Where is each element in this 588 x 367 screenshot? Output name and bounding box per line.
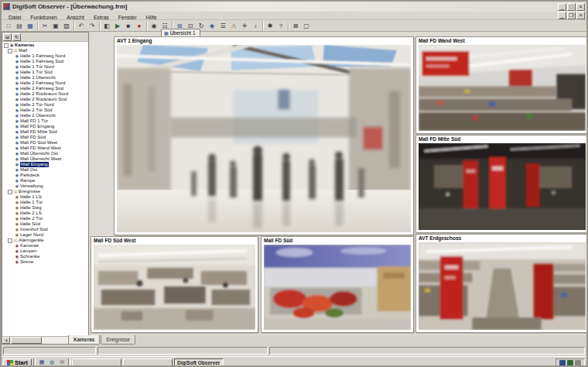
lock-button[interactable]: ⊠	[290, 21, 301, 31]
menu-item-5[interactable]: Hilfe	[142, 15, 162, 20]
camera-video-right-bottom[interactable]	[419, 242, 586, 330]
tree-item[interactable]: ◉Mall FD Süd West	[2, 140, 88, 146]
tree-item[interactable]: ◉Mall FD Eingang	[2, 124, 88, 129]
refresh-button[interactable]: ↻	[12, 33, 21, 41]
tree-item[interactable]: ◉Halle 2 Rückraum Süd	[2, 97, 88, 102]
camera-video-right-middle[interactable]	[419, 143, 586, 230]
expander-icon[interactable]: -	[8, 49, 12, 53]
save-button[interactable]: ▦	[25, 21, 36, 31]
tab-kameras[interactable]: Kameras	[68, 335, 100, 345]
stop-button[interactable]: ■	[123, 21, 134, 31]
quicklaunch-desktop-icon[interactable]: ▦	[37, 358, 46, 367]
redo-button[interactable]: ↷	[87, 21, 97, 31]
maximize-button[interactable]: □	[567, 3, 576, 11]
tree-item[interactable]: ◉Halle 2 Fahrweg Nord	[2, 81, 88, 86]
tree-group-1[interactable]: -▤Ereignisse	[2, 189, 88, 194]
tree-item[interactable]: ◉Mall Eingang	[2, 162, 88, 167]
scroll-left-button[interactable]: ◂	[2, 337, 10, 344]
tree-item[interactable]: ◉Mall Übersicht Ost	[2, 151, 88, 156]
tree-item[interactable]: ◉Halle 1 Tür	[2, 200, 88, 205]
tree-item[interactable]: ◉Parkdeck	[2, 173, 88, 178]
ptz-button[interactable]: ✛	[239, 21, 250, 31]
open-button[interactable]: ▤	[14, 21, 25, 31]
menu-item-2[interactable]: Ansicht	[62, 15, 89, 20]
tree-item[interactable]: ◉Halle 2 Tür	[2, 216, 88, 221]
snapshot-button[interactable]: ◉	[149, 21, 159, 31]
quicklaunch-browser-icon[interactable]: ◍	[47, 358, 56, 367]
help-button[interactable]: ?	[275, 21, 286, 31]
tree-item[interactable]: ◉Mall FD Wand West	[2, 146, 88, 151]
connect-button[interactable]: ◧	[101, 21, 112, 31]
fullscreen-button[interactable]: ▢	[301, 21, 312, 31]
cut-button[interactable]: ✂	[39, 21, 50, 31]
tree-item[interactable]: ◉Halle 2 Übersicht	[2, 113, 88, 118]
tree-item[interactable]: ◉Halle Süd	[2, 221, 88, 227]
camera-video-bottom-left[interactable]	[94, 245, 255, 330]
tree-item[interactable]: ◉Halle 1 Übersicht	[2, 75, 88, 81]
settings-button[interactable]: ✱	[265, 21, 275, 31]
tree-item[interactable]: ◉Rampe	[2, 178, 88, 184]
task-button-1[interactable]	[123, 358, 173, 367]
menu-item-4[interactable]: Fenster	[114, 15, 142, 20]
tree-item[interactable]: ◉Halle 2 Tür Süd	[2, 108, 88, 113]
tree-item[interactable]: ◉Halle 1 LS	[2, 194, 88, 200]
tree-item[interactable]: ◉Schranke	[2, 254, 88, 259]
menu-item-1[interactable]: Funktionen	[26, 15, 62, 20]
tree-item[interactable]: ◉Verwaltung	[2, 184, 88, 189]
tree-group-0[interactable]: -▤Mall	[2, 48, 88, 53]
expander-icon[interactable]: -	[8, 238, 12, 243]
tree-item[interactable]: ◉Halle 1 Tür Nord	[2, 64, 88, 70]
start-button[interactable]: Start	[3, 358, 32, 367]
tray-status-icon[interactable]	[567, 360, 573, 366]
camera-video-right-top[interactable]	[419, 45, 586, 131]
alarm-button[interactable]: ⚠	[228, 21, 239, 31]
tree-group-2[interactable]: -▤Alarmgeräte	[2, 238, 88, 243]
mdi-close-button[interactable]: ×	[576, 12, 585, 19]
tree-item[interactable]: ◉Lampen	[2, 249, 88, 254]
tab-ereignisse[interactable]: Ereignisse	[101, 335, 135, 345]
tree-item[interactable]: ◉Mall Ost	[2, 167, 88, 173]
paste-button[interactable]: ▨	[61, 21, 72, 31]
tree-item[interactable]: ◉Halle 2 LS	[2, 211, 88, 216]
tree-item[interactable]: ◉Mall FD Süd	[2, 135, 88, 140]
tree-item[interactable]: ◉Halle 1 Fahrweg Süd	[2, 59, 88, 64]
tree-item[interactable]: ◉Halle 2 Fahrweg Süd	[2, 86, 88, 91]
tree-item[interactable]: ◉Sirene	[2, 259, 88, 265]
tree-item[interactable]: ◉Lager Nord	[2, 232, 88, 238]
tree-item[interactable]: ◉Mall FD 1 Tür	[2, 118, 88, 124]
task-button-2[interactable]: DigiSoft Observer	[174, 358, 224, 367]
tree-item[interactable]: ◉Halle Steg	[2, 205, 88, 211]
tree-item[interactable]: ◉Mall Übersicht West	[2, 156, 88, 162]
mdi-restore-button[interactable]: ❐	[567, 12, 576, 19]
tree-item[interactable]: ◉Halle 2 Rückraum Nord	[2, 91, 88, 97]
minimize-button[interactable]: _	[558, 3, 566, 11]
new-layout-button[interactable]: □	[3, 21, 14, 31]
close-button[interactable]: ×	[576, 3, 585, 11]
quicklaunch-mail-icon[interactable]: ✉	[57, 358, 67, 367]
task-button-0[interactable]	[72, 358, 121, 367]
copy-button[interactable]: ▣	[50, 21, 61, 31]
record-button[interactable]: ●	[134, 21, 145, 31]
tree-item[interactable]: ◉Innenhof Süd	[2, 227, 88, 232]
menu-item-3[interactable]: Extras	[89, 15, 114, 20]
tree-item[interactable]: ◉Kameras	[2, 243, 88, 249]
tray-network-icon[interactable]	[559, 360, 566, 366]
event-list-button[interactable]: ☰	[217, 21, 228, 31]
camera-video-bottom-middle[interactable]	[264, 245, 411, 330]
undo-button[interactable]: ↶	[76, 21, 87, 31]
tree-root[interactable]: -▣Kameras	[2, 43, 88, 48]
menu-item-0[interactable]: Datei	[4, 15, 26, 20]
tray-volume-icon[interactable]	[575, 360, 581, 366]
tree-item[interactable]: ◉Mall FD Mitte Süd	[2, 129, 88, 135]
tree-item[interactable]: ◉Halle 1 Tür Süd	[2, 70, 88, 75]
audio-button[interactable]: ♪	[250, 21, 261, 31]
play-button[interactable]: ▶	[112, 21, 123, 31]
expander-icon[interactable]: -	[4, 43, 9, 48]
camera-video-main[interactable]	[117, 45, 411, 232]
scroll-thumb[interactable]	[11, 337, 42, 344]
collapse-all-button[interactable]: ⊟	[3, 33, 12, 41]
expander-icon[interactable]: -	[8, 190, 12, 194]
map-button[interactable]: ◈	[207, 21, 217, 31]
tree-item[interactable]: ◉Halle 2 Tür Nord	[2, 102, 88, 108]
tree-item[interactable]: ◉Halle 1 Fahrweg Nord	[2, 53, 88, 59]
